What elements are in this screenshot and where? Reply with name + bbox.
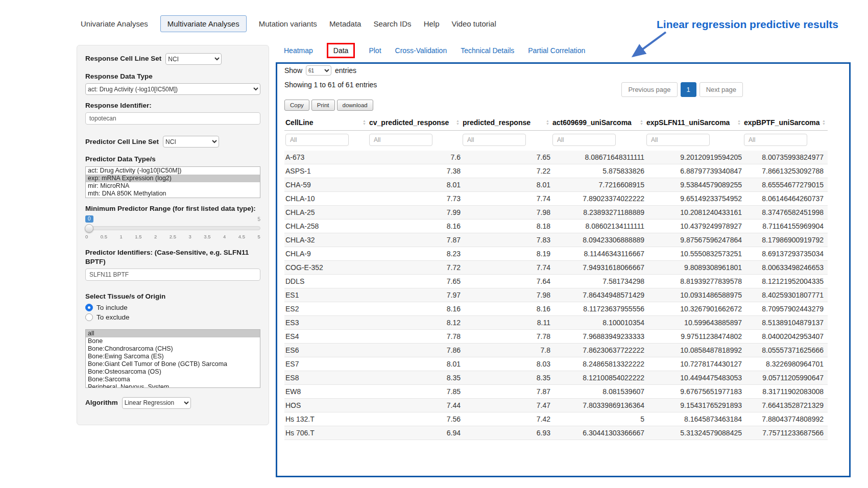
column-header-expbptf-unisarcoma[interactable]: expBPTF_uniSarcoma▲▼ [743, 115, 828, 131]
cell: 9.53844579089255 [645, 178, 743, 192]
cell: 7.44 [368, 399, 462, 412]
option-exp-mrna-expression-log2[interactable]: exp: mRNA Expression (log2) [86, 175, 260, 182]
option-bone-sarcoma[interactable]: Bone:Sarcoma [86, 376, 260, 383]
tab-technical-details[interactable]: Technical Details [461, 46, 514, 55]
table-row: ES38.128.118.10001035410.5996438858978.5… [284, 316, 828, 330]
nav-tab-video-tutorial[interactable]: Video tutorial [451, 16, 496, 32]
tab-partial-correlation[interactable]: Partial Correlation [528, 46, 585, 55]
filter-input-expbptf-unisarcoma[interactable] [744, 134, 807, 146]
option-peripheral-nervous-system[interactable]: Peripheral_Nervous_System [86, 383, 260, 388]
column-label: act609699_uniSarcoma [552, 118, 632, 127]
annotation-title: Linear regression predictive results [657, 18, 838, 31]
radio-to-exclude[interactable]: To exclude [85, 313, 260, 321]
option-act-drug-activity-log10-ic50m[interactable]: act: Drug Activity (-log10[IC50M]) [86, 167, 260, 175]
main-tab-bar: HeatmapDataPlotCross-ValidationTechnical… [284, 43, 585, 58]
option-bone[interactable]: Bone [86, 337, 260, 345]
slider-tick-5: 5 [258, 234, 260, 239]
response-data-type-select[interactable]: act: Drug Activity (-log10[IC50M]) [85, 83, 260, 95]
filter-input-cv-predicted-response[interactable] [369, 134, 432, 146]
filter-input-act609699-unisarcoma[interactable] [552, 134, 616, 146]
option-bone-giant-cell-tumor-of-bone-gctb-sarcoma[interactable]: Bone:Giant Cell Tumor of Bone (GCTB) Sar… [86, 360, 260, 368]
table-row: ES78.018.038.2486581332222210.7278174430… [284, 357, 828, 371]
results-table: CellLine▲▼cv_predicted_response▲▼predict… [284, 115, 828, 440]
slider-handle[interactable] [85, 224, 93, 233]
algorithm-select[interactable]: Linear Regression [122, 397, 191, 409]
tab-heatmap[interactable]: Heatmap [284, 46, 313, 55]
response-cell-line-set-select[interactable]: NCI [165, 53, 222, 65]
cell: 10.3267901662672 [645, 302, 743, 316]
sort-desc-icon: ▼ [546, 123, 549, 126]
table-row: CHLA-98.238.198.1144634311666710.5550832… [284, 247, 828, 261]
predictor-cell-line-set-select[interactable]: NCI [163, 136, 219, 148]
sort-desc-icon: ▼ [822, 123, 826, 126]
predictor-identifiers-input[interactable] [85, 269, 260, 281]
cell: 7.7216608915 [551, 178, 645, 192]
nav-tab-help[interactable]: Help [424, 16, 440, 32]
cell: 8.09423306888889 [551, 233, 645, 247]
slider-tick-3-5: 3.5 [204, 234, 210, 239]
option-bone-ewing-sarcoma-es[interactable]: Bone:Ewing Sarcoma (ES) [86, 353, 260, 360]
current-page-button[interactable]: 1 [681, 82, 696, 97]
cell: 10.5550832573251 [645, 247, 743, 261]
filter-input-predicted-response[interactable] [463, 134, 526, 146]
cell: 10.2081240433161 [645, 206, 743, 219]
sort-desc-icon: ▼ [363, 123, 366, 126]
cell: ASPS-1 [284, 164, 368, 178]
tab-plot[interactable]: Plot [369, 46, 381, 55]
filter-input-expslfn11-unisarcoma[interactable] [646, 134, 710, 146]
cell: 7.88043774808992 [743, 412, 828, 426]
table-row: ES17.977.987.8643494857142910.0931486588… [284, 288, 828, 302]
column-header-act609699-unisarcoma[interactable]: act609699_uniSarcoma▲▼ [551, 115, 645, 131]
predictor-identifiers-label: Predictor Identifiers: (Case-Sensitive, … [85, 248, 260, 266]
copy-button[interactable]: Copy [284, 100, 309, 111]
sort-icon: ▲▼ [822, 119, 826, 126]
nav-tab-multivariate-analyses[interactable]: Multivariate Analyses [160, 15, 247, 32]
filter-input-cellline[interactable] [285, 134, 349, 146]
column-label: expSLFN11_uniSarcoma [646, 118, 730, 127]
cell: 8.12121952004335 [743, 275, 828, 288]
cell: 7.8 [462, 344, 551, 357]
previous-page-button[interactable]: Previous page [621, 82, 677, 97]
slider-track[interactable] [85, 226, 260, 230]
cell: 8.69137293735034 [743, 247, 828, 261]
cell: 10.599643885897 [645, 316, 743, 330]
show-entries-control: Show 61 entries [284, 65, 356, 76]
column-header-cellline[interactable]: CellLine▲▼ [284, 115, 368, 131]
cell: 8.12100854022222 [551, 371, 645, 385]
response-cell-line-set-label: Response Cell Line Set [85, 54, 161, 63]
print-button[interactable]: Print [311, 100, 335, 111]
column-header-cv-predicted-response[interactable]: cv_predicted_response▲▼ [368, 115, 462, 131]
table-body: A-6737.67.658.086716483111119.2012091959… [284, 151, 828, 440]
option-bone-chondrosarcoma-chs[interactable]: Bone:Chondrosarcoma (CHS) [86, 345, 260, 353]
nav-tab-mutation-variants[interactable]: Mutation variants [259, 16, 317, 32]
column-label: CellLine [285, 118, 313, 127]
download-button[interactable]: download [337, 100, 373, 111]
tab-cross-validation[interactable]: Cross-Validation [395, 46, 447, 55]
cell: 7.86 [368, 344, 462, 357]
cell: 7.96883949233333 [551, 330, 645, 344]
entries-select[interactable]: 61 [306, 65, 331, 76]
nav-tab-metadata[interactable]: Metadata [329, 16, 361, 32]
sort-icon: ▲▼ [737, 119, 741, 126]
cell: DDLS [284, 275, 368, 288]
response-identifier-input[interactable] [85, 112, 260, 125]
tab-data[interactable]: Data [327, 43, 355, 58]
column-header-expslfn11-unisarcoma[interactable]: expSLFN11_uniSarcoma▲▼ [645, 115, 743, 131]
tissue-listbox[interactable]: allBoneBone:Chondrosarcoma (CHS)Bone:Ewi… [85, 329, 260, 388]
cell: 7.56 [368, 412, 462, 426]
option-bone-osteosarcoma-os[interactable]: Bone:Osteosarcoma (OS) [86, 368, 260, 376]
nav-tab-search-ids[interactable]: Search IDs [373, 16, 411, 32]
option-mir-microrna[interactable]: mir: MicroRNA [86, 182, 260, 190]
table-row: ASPS-17.387.225.8758338266.8879773934084… [284, 164, 828, 178]
nav-tab-univariate-analyses[interactable]: Univariate Analyses [81, 16, 148, 32]
option-all[interactable]: all [86, 330, 260, 337]
next-page-button[interactable]: Next page [700, 82, 743, 97]
min-predictor-range-slider[interactable]: 0 5 00.511.522.533.544.55 [85, 215, 260, 242]
column-header-predicted-response[interactable]: predicted_response▲▼ [462, 115, 551, 131]
table-row: EW87.857.878.0815396079.676756519771838.… [284, 385, 828, 399]
option-mth-dna-850k-methylation[interactable]: mth: DNA 850K Methylation [86, 190, 260, 198]
radio-to-include[interactable]: To include [85, 304, 260, 311]
cell: 10.4494475483053 [645, 371, 743, 385]
cell: ES7 [284, 357, 368, 371]
predictor-data-type-listbox[interactable]: act: Drug Activity (-log10[IC50M])exp: m… [85, 166, 260, 198]
